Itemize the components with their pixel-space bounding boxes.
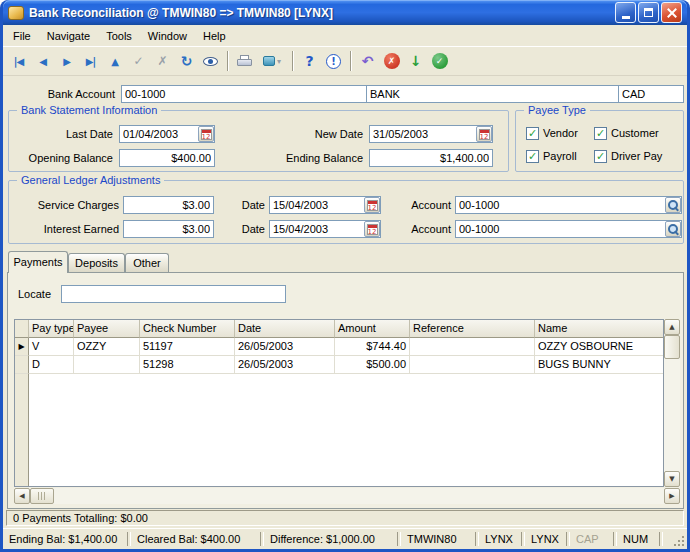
cell-reference (410, 356, 535, 374)
gl-adjustments-group: General Ledger Adjustments Service Charg… (8, 180, 684, 244)
vertical-scroll-track[interactable] (664, 359, 680, 471)
interest-earned-account-lookup-button[interactable] (665, 221, 681, 237)
service-charges-calendar-button[interactable]: 12 (364, 197, 380, 213)
tab-payments[interactable]: Payments (8, 251, 68, 273)
cell-name: BUGS BUNNY (535, 356, 664, 374)
locate-input[interactable] (61, 285, 286, 303)
service-charges-account-lookup-button[interactable] (665, 197, 681, 213)
menu-tools[interactable]: Tools (98, 27, 140, 45)
locate-label: Locate (18, 285, 58, 303)
menu-navigate[interactable]: Navigate (39, 27, 98, 45)
scroll-up-button[interactable]: ▲ (664, 319, 680, 335)
scroll-down-button[interactable]: ▼ (664, 471, 680, 487)
print-button[interactable] (233, 50, 256, 72)
refresh-icon: ↻ (181, 53, 193, 69)
printer-icon (237, 55, 253, 68)
service-charges-amount-input[interactable] (123, 196, 214, 214)
scroll-left-button[interactable]: ◀ (14, 488, 30, 504)
menu-file[interactable]: File (5, 27, 39, 45)
status-difference: Difference: $1,000.00 (264, 529, 401, 549)
driver-pay-label: Driver Pay (611, 150, 662, 162)
interest-earned-account-input[interactable] (455, 220, 682, 238)
cell-amount: $744.40 (335, 338, 410, 356)
abort-icon: ✗ (384, 53, 400, 69)
status-caps-lock: CAP (570, 529, 617, 549)
thumb-grip (38, 492, 46, 500)
titlebar[interactable]: Bank Reconciliation @ TMWIN80 => TMWIN80… (3, 0, 687, 25)
prev-record-icon: ◀ (39, 56, 46, 67)
driver-pay-checkbox[interactable]: ✓ (594, 150, 607, 163)
first-record-icon: |◀ (14, 56, 23, 67)
post-button[interactable]: ↓ (404, 50, 427, 72)
new-date-input[interactable] (369, 125, 493, 143)
column-header-pay-type[interactable]: Pay type (29, 320, 74, 338)
cell-date: 26/05/2003 (235, 338, 335, 356)
opening-balance-input[interactable] (119, 149, 215, 167)
last-date-calendar-button[interactable]: 12 (198, 126, 214, 142)
bank-name-input[interactable] (366, 85, 619, 103)
app-window: Bank Reconciliation @ TMWIN80 => TMWIN80… (0, 0, 690, 552)
check-icon: ✓ (133, 54, 143, 68)
resize-grip[interactable] (670, 529, 687, 549)
bank-account-input[interactable] (121, 85, 367, 103)
vendor-checkbox[interactable]: ✓ (526, 127, 539, 140)
tab-deposits[interactable]: Deposits (68, 253, 125, 272)
table-row[interactable]: ▶ V OZZY 51197 26/05/2003 $744.40 OZZY O… (15, 338, 663, 356)
column-header-date[interactable]: Date (235, 320, 335, 338)
last-record-icon: ▶| (86, 56, 95, 67)
close-button[interactable] (661, 2, 682, 23)
payee-type-group-title: Payee Type (524, 103, 590, 117)
help-button[interactable]: ? (298, 50, 321, 72)
toolbar-separator (227, 51, 229, 71)
column-header-payee[interactable]: Payee (74, 320, 140, 338)
minimize-button[interactable] (615, 2, 636, 23)
column-header-amount[interactable]: Amount (335, 320, 410, 338)
interest-earned-label: Interest Earned (11, 220, 119, 238)
column-header-check-number[interactable]: Check Number (140, 320, 235, 338)
horizontal-scroll-track[interactable] (54, 488, 664, 504)
column-header-reference[interactable]: Reference (410, 320, 535, 338)
info-icon: ! (326, 54, 341, 69)
last-record-button[interactable]: ▶| (79, 50, 102, 72)
new-date-label: New Date (261, 125, 363, 143)
new-date-calendar-button[interactable]: 12 (476, 126, 492, 142)
table-row[interactable]: D 51298 26/05/2003 $500.00 BUGS BUNNY (15, 356, 663, 374)
scroll-right-button[interactable]: ▶ (664, 488, 680, 504)
abort-button[interactable]: ✗ (380, 50, 403, 72)
currency-input[interactable] (618, 85, 684, 103)
info-button[interactable]: ! (322, 50, 345, 72)
up-record-button[interactable]: ▲ (103, 50, 126, 72)
vertical-scroll-thumb[interactable] (664, 335, 680, 359)
view-button[interactable] (199, 50, 222, 72)
tab-other[interactable]: Other (125, 253, 169, 272)
menu-window[interactable]: Window (140, 27, 195, 45)
status-ending-balance: Ending Bal: $1,400.00 (3, 529, 131, 549)
current-row-marker-icon: ▶ (18, 342, 24, 351)
commit-button[interactable]: ✓ (428, 50, 451, 72)
prev-record-button[interactable]: ◀ (31, 50, 54, 72)
refresh-button[interactable]: ↻ (175, 50, 198, 72)
accept-button[interactable]: ✓ (127, 50, 150, 72)
payroll-checkbox[interactable]: ✓ (526, 150, 539, 163)
table-empty-area (15, 374, 663, 486)
next-record-button[interactable]: ▶ (55, 50, 78, 72)
first-record-button[interactable]: |◀ (7, 50, 30, 72)
checkmark-icon: ✓ (596, 151, 605, 162)
interest-earned-calendar-button[interactable]: 12 (364, 221, 380, 237)
minimize-icon (622, 16, 630, 19)
export-dropdown-button[interactable]: ▾ (257, 50, 287, 72)
service-charges-account-input[interactable] (455, 196, 682, 214)
horizontal-scroll-thumb[interactable] (30, 488, 54, 504)
menu-help[interactable]: Help (195, 27, 234, 45)
left-arrow-icon: ◀ (19, 492, 24, 500)
cancel-edit-button[interactable]: ✗ (151, 50, 174, 72)
interest-earned-date-label: Date (227, 220, 265, 238)
undo-button[interactable]: ↶ (356, 50, 379, 72)
ending-balance-input[interactable] (369, 149, 493, 167)
interest-earned-amount-input[interactable] (123, 220, 214, 238)
maximize-button[interactable] (638, 2, 659, 23)
payee-type-group: Payee Type ✓ Vendor ✓ Customer ✓ Payroll… (515, 110, 684, 172)
customer-checkbox[interactable]: ✓ (594, 127, 607, 140)
column-header-name[interactable]: Name (535, 320, 664, 338)
status-user: LYNX (525, 529, 570, 549)
